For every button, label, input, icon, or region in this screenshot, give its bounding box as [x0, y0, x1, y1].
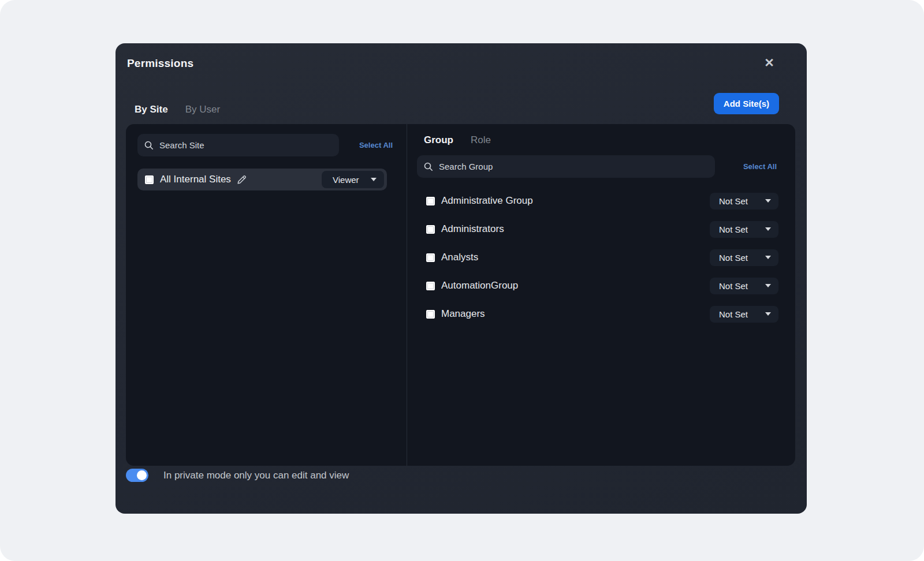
group-name-label: Administrative Group: [441, 195, 533, 207]
site-role-dropdown[interactable]: Viewer: [322, 171, 384, 188]
group-role-value: Not Set: [719, 196, 748, 206]
sites-column: Select All All Internal Sites Viewer: [126, 124, 407, 466]
toggle-knob: [137, 470, 147, 480]
group-row: AutomationGroup Not Set: [407, 277, 795, 294]
dialog-title: Permissions: [127, 57, 193, 70]
tab-role[interactable]: Role: [471, 133, 491, 147]
group-name-label: AutomationGroup: [441, 280, 518, 291]
chevron-down-icon: [371, 178, 377, 181]
add-sites-button[interactable]: Add Site(s): [714, 93, 779, 114]
group-role-dropdown[interactable]: Not Set: [710, 306, 778, 323]
site-row: All Internal Sites Viewer: [137, 169, 387, 190]
group-name-label: Analysts: [441, 252, 478, 263]
private-mode-label: In private mode only you can edit and vi…: [163, 470, 349, 481]
group-checkbox[interactable]: [426, 225, 435, 234]
group-name-label: Administrators: [441, 223, 504, 235]
group-role-dropdown[interactable]: Not Set: [710, 193, 778, 210]
group-search-input[interactable]: [439, 162, 708, 171]
select-all-groups-link[interactable]: Select All: [743, 162, 777, 171]
site-search-input[interactable]: [159, 140, 332, 150]
group-role-dropdown[interactable]: Not Set: [710, 221, 778, 238]
chevron-down-icon: [765, 312, 771, 316]
group-checkbox[interactable]: [426, 197, 435, 205]
chevron-down-icon: [765, 199, 771, 203]
group-row: Managers Not Set: [407, 305, 795, 323]
group-name-label: Managers: [441, 308, 485, 320]
search-icon: [144, 141, 154, 150]
group-checkbox[interactable]: [426, 310, 435, 319]
chevron-down-icon: [765, 256, 771, 259]
group-list: Administrative Group Not Set Administrat…: [407, 192, 795, 334]
select-all-sites-link[interactable]: Select All: [359, 141, 393, 149]
tab-group[interactable]: Group: [424, 133, 453, 147]
site-search-box: [137, 134, 339, 156]
group-role-value: Not Set: [719, 225, 748, 234]
groups-column: Group Role Select All A: [407, 124, 795, 466]
site-name-label: All Internal Sites: [160, 174, 231, 185]
group-checkbox[interactable]: [426, 282, 435, 290]
view-tabs: By Site By User: [135, 102, 220, 117]
group-search-box: [417, 155, 715, 178]
group-checkbox[interactable]: [426, 253, 435, 262]
group-role-value: Not Set: [719, 309, 748, 319]
permissions-dialog: Permissions ✕ By Site By User Add Site(s…: [116, 43, 807, 514]
site-checkbox[interactable]: [145, 175, 154, 184]
group-row: Administrators Not Set: [407, 220, 795, 238]
tab-by-site[interactable]: By Site: [135, 102, 168, 117]
group-role-value: Not Set: [719, 281, 748, 291]
group-role-value: Not Set: [719, 253, 748, 263]
chevron-down-icon: [765, 284, 771, 287]
group-role-tabs: Group Role: [424, 133, 491, 147]
search-icon: [424, 162, 433, 171]
edit-pencil-icon[interactable]: [236, 174, 247, 185]
close-icon[interactable]: ✕: [762, 55, 777, 70]
chevron-down-icon: [765, 227, 771, 231]
group-role-dropdown[interactable]: Not Set: [710, 249, 778, 266]
footer: In private mode only you can edit and vi…: [126, 469, 349, 482]
page-background: Permissions ✕ By Site By User Add Site(s…: [0, 0, 924, 561]
group-row: Administrative Group Not Set: [407, 192, 795, 210]
group-role-dropdown[interactable]: Not Set: [710, 278, 778, 294]
site-role-value: Viewer: [333, 175, 359, 185]
group-row: Analysts Not Set: [407, 249, 795, 266]
private-mode-toggle[interactable]: [126, 469, 148, 482]
tab-by-user[interactable]: By User: [185, 102, 220, 117]
permissions-panel: Select All All Internal Sites Viewer: [126, 124, 795, 466]
